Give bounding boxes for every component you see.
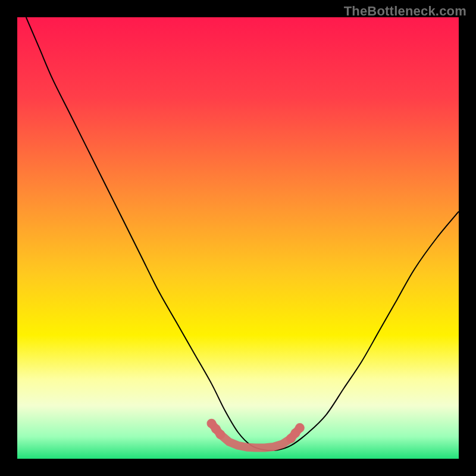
watermark-text: TheBottleneck.com bbox=[344, 4, 466, 19]
svg-point-2 bbox=[215, 430, 225, 439]
svg-point-5 bbox=[295, 423, 305, 433]
gradient-background bbox=[17, 17, 459, 459]
bottleneck-chart bbox=[17, 17, 459, 459]
chart-container: TheBottleneck.com bbox=[0, 0, 476, 476]
